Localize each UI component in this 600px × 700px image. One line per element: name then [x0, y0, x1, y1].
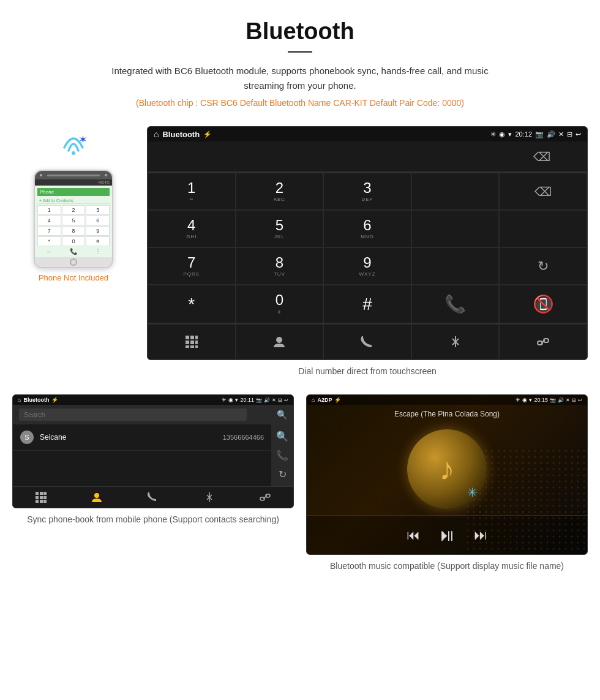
music-x-icon[interactable]: ✕	[566, 397, 570, 403]
pb-win-icon[interactable]: ⊟	[278, 397, 282, 403]
dial-contacts-key[interactable]	[236, 324, 324, 359]
dial-display-area	[411, 173, 500, 210]
dial-empty-3	[411, 247, 500, 285]
dial-backspace-key[interactable]: ⌫	[499, 173, 587, 210]
pb-search-icon[interactable]: 🔍	[277, 410, 287, 420]
svg-rect-10	[195, 345, 198, 348]
dial-refresh-key[interactable]: ↻	[499, 247, 587, 285]
phone-key-hash[interactable]: #	[86, 236, 110, 246]
phone-key-3[interactable]: 3	[86, 205, 110, 215]
dial-screen-container: ⌂ Bluetooth ⚡ ✳ ◉ ▾ 20:12 📷 🔊 ✕ ⊟ ↩	[147, 126, 588, 382]
dial-end-key[interactable]: 📵	[499, 285, 587, 323]
home-icon[interactable]: ⌂	[154, 129, 159, 139]
svg-rect-15	[40, 492, 43, 495]
phone-key-4[interactable]: 4	[37, 216, 61, 225]
pb-x-icon[interactable]: ✕	[272, 397, 276, 403]
svg-rect-18	[40, 496, 43, 499]
volume-icon[interactable]: 🔊	[547, 130, 555, 138]
pb-vol-icon[interactable]: 🔊	[264, 397, 270, 403]
dial-key-4[interactable]: 4GHI	[148, 210, 236, 247]
dial-key-7[interactable]: 7PQRS	[148, 247, 236, 285]
pb-phone-right-icon[interactable]: 📞	[276, 450, 288, 461]
music-title: A2DP	[317, 397, 332, 403]
dial-key-8[interactable]: 8TUV	[236, 247, 324, 285]
phone-key-5[interactable]: 5	[62, 216, 86, 225]
pb-apps-icon[interactable]	[13, 492, 69, 503]
phone-key-star[interactable]: *	[37, 236, 61, 246]
phone-key-6[interactable]: 6	[86, 216, 110, 225]
dial-key-3[interactable]: 3DEF	[323, 173, 411, 210]
music-art-container: ♪ ✳	[307, 429, 587, 509]
page-title: Bluetooth	[12, 18, 588, 45]
music-bt-badge: ✳	[467, 485, 478, 500]
camera-icon[interactable]: 📷	[535, 130, 544, 138]
svg-rect-2	[186, 336, 189, 339]
music-vol-icon[interactable]: 🔊	[558, 397, 564, 403]
pb-sig-icon: ▾	[235, 397, 238, 403]
pb-cam-icon[interactable]: 📷	[256, 397, 262, 403]
phone-key-8[interactable]: 8	[62, 226, 86, 236]
pb-contacts-icon[interactable]	[69, 492, 126, 503]
dial-call-key[interactable]: 📞	[411, 285, 500, 323]
pb-contact-number: 13566664466	[223, 434, 264, 441]
pb-contact-row[interactable]: S Seicane 13566664466	[13, 424, 271, 451]
back-icon[interactable]: ↩	[576, 130, 581, 138]
music-prev-button[interactable]: ⏮	[407, 527, 420, 543]
music-back-icon[interactable]: ↩	[578, 397, 582, 403]
phone-camera	[105, 174, 107, 176]
pb-bt-icon: ✳	[222, 397, 227, 403]
bt-wifi-icon-container: ✶	[55, 126, 92, 164]
music-loc-icon: ◉	[522, 397, 527, 403]
window-icon[interactable]: ⊟	[567, 130, 572, 138]
dial-apps-key[interactable]	[148, 324, 236, 359]
phone-top-bar	[35, 171, 112, 179]
phone-key-9[interactable]: 9	[86, 226, 110, 236]
music-win-icon[interactable]: ⊟	[572, 397, 576, 403]
pb-phone-icon[interactable]	[125, 492, 181, 503]
svg-rect-14	[36, 492, 39, 495]
dial-bt-key[interactable]	[411, 324, 500, 359]
pb-link-icon[interactable]	[237, 492, 293, 503]
music-playpause-button[interactable]: ⏯	[438, 525, 456, 545]
dial-link-key[interactable]	[499, 324, 587, 359]
title-divider	[288, 51, 312, 53]
phone-bottom-bar	[35, 257, 112, 267]
pb-back-icon[interactable]: ↩	[284, 397, 288, 403]
pb-bt-icon-bottom[interactable]	[181, 492, 238, 503]
phone-call-btn[interactable]: 📞	[70, 248, 77, 255]
phone-back-btn[interactable]: ←	[46, 248, 52, 255]
phone-key-2[interactable]: 2	[62, 205, 86, 215]
location-icon: ◉	[499, 130, 505, 138]
dial-key-1[interactable]: 1∞	[148, 173, 236, 210]
pb-time: 20:11	[240, 397, 254, 403]
phone-key-1[interactable]: 1	[37, 205, 61, 215]
music-home-icon[interactable]: ⌂	[312, 397, 315, 403]
dial-time: 20:12	[515, 130, 532, 138]
pb-home-icon[interactable]: ⌂	[18, 397, 21, 403]
dial-key-hash[interactable]: #	[323, 285, 411, 323]
music-caption: Bluetooth music compatible (Support disp…	[306, 560, 588, 573]
svg-rect-4	[195, 336, 198, 339]
dial-title: Bluetooth	[162, 130, 200, 139]
wifi-signal-icon: ✶	[55, 130, 92, 163]
dial-key-5[interactable]: 5JKL	[236, 210, 324, 247]
music-cam-icon[interactable]: 📷	[550, 397, 556, 403]
phone-menu-btn[interactable]: ⋮	[95, 248, 101, 255]
dial-key-0[interactable]: 0+	[236, 285, 324, 323]
dial-key-6[interactable]: 6MNO	[323, 210, 411, 247]
pb-refresh-right-icon[interactable]: ↻	[279, 469, 287, 480]
phone-home-button[interactable]	[70, 258, 77, 266]
svg-rect-8	[186, 345, 189, 348]
svg-rect-20	[36, 500, 39, 503]
x-icon[interactable]: ✕	[558, 130, 564, 138]
phone-key-0[interactable]: 0	[62, 236, 86, 246]
dial-phone-key[interactable]	[323, 324, 411, 359]
dial-key-star[interactable]: *	[148, 285, 236, 323]
backspace-button[interactable]: ⌫	[533, 149, 550, 164]
pb-search-input[interactable]	[19, 408, 247, 421]
phone-add-contact: + Add to Contacts	[37, 198, 110, 204]
dial-key-9[interactable]: 9WXYZ	[323, 247, 411, 285]
phone-key-7[interactable]: 7	[37, 226, 61, 236]
pb-search-right-icon[interactable]: 🔍	[276, 431, 288, 442]
dial-key-2[interactable]: 2ABC	[236, 173, 324, 210]
